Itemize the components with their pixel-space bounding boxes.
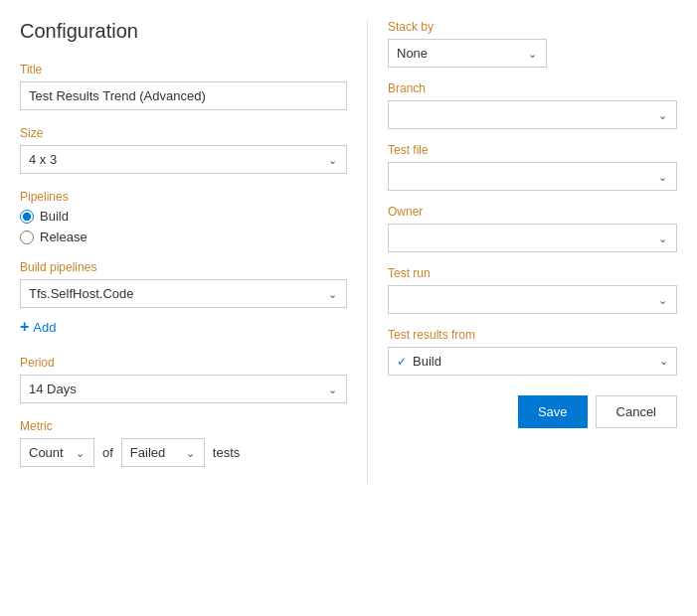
branch-field-group: Branch ⌄ <box>388 81 677 129</box>
owner-select[interactable] <box>388 224 677 252</box>
build-pipelines-label: Build pipelines <box>20 260 347 274</box>
add-button[interactable]: + Add <box>20 314 56 340</box>
page-title: Configuration <box>20 20 347 43</box>
plus-icon: + <box>20 318 29 336</box>
metric-failed-select[interactable]: Failed Passed Total <box>121 438 205 467</box>
test-file-select[interactable] <box>388 162 677 191</box>
test-results-from-field-group: Test results from ✓ Build ⌄ <box>388 328 677 376</box>
branch-select[interactable] <box>388 100 677 129</box>
size-field-group: Size 4 x 3 2 x 2 4 x 4 ⌄ <box>20 126 347 174</box>
test-run-field-group: Test run ⌄ <box>388 266 677 314</box>
period-label: Period <box>20 356 347 370</box>
metric-count-select-wrapper: Count Rate ⌄ <box>20 438 94 467</box>
branch-select-wrapper: ⌄ <box>388 100 677 129</box>
pipeline-build-radio[interactable] <box>20 210 34 224</box>
test-file-select-wrapper: ⌄ <box>388 162 677 191</box>
build-pipeline-select-wrapper: Tfs.SelfHost.Code ⌄ <box>20 279 347 308</box>
owner-field-group: Owner ⌄ <box>388 205 677 252</box>
stack-by-label: Stack by <box>388 20 677 34</box>
period-field-group: Period 14 Days 7 Days 30 Days ⌄ <box>20 356 347 403</box>
size-select-wrapper: 4 x 3 2 x 2 4 x 4 ⌄ <box>20 145 347 174</box>
owner-label: Owner <box>388 205 677 219</box>
pipeline-release-label: Release <box>40 230 87 244</box>
add-label: Add <box>33 320 56 335</box>
metric-row: Count Rate ⌄ of Failed Passed Total ⌄ te… <box>20 438 347 467</box>
metric-field-group: Metric Count Rate ⌄ of Failed Passed Tot… <box>20 419 347 467</box>
tests-text: tests <box>213 445 240 460</box>
pipeline-release-radio[interactable] <box>20 231 34 244</box>
size-select[interactable]: 4 x 3 2 x 2 4 x 4 <box>20 145 347 174</box>
metric-count-select[interactable]: Count Rate <box>20 438 94 467</box>
test-results-from-value: Build <box>413 354 653 369</box>
pipelines-label: Pipelines <box>20 190 347 204</box>
test-results-from-select[interactable]: ✓ Build ⌄ <box>388 347 677 376</box>
owner-select-wrapper: ⌄ <box>388 224 677 252</box>
stack-by-select-wrapper: None Pipeline Branch ⌄ <box>388 39 547 68</box>
test-run-select-wrapper: ⌄ <box>388 285 677 314</box>
title-label: Title <box>20 63 347 77</box>
check-icon: ✓ <box>397 355 407 369</box>
size-label: Size <box>20 126 347 140</box>
branch-label: Branch <box>388 81 677 95</box>
build-pipeline-select[interactable]: Tfs.SelfHost.Code <box>20 279 347 308</box>
test-file-field-group: Test file ⌄ <box>388 143 677 191</box>
test-file-label: Test file <box>388 143 677 157</box>
test-results-from-label: Test results from <box>388 328 677 342</box>
title-field-group: Title <box>20 63 347 110</box>
metric-failed-select-wrapper: Failed Passed Total ⌄ <box>121 438 205 467</box>
period-select[interactable]: 14 Days 7 Days 30 Days <box>20 375 347 403</box>
stack-by-field-group: Stack by None Pipeline Branch ⌄ <box>388 20 677 68</box>
pipeline-build-option[interactable]: Build <box>20 209 347 224</box>
stack-by-select[interactable]: None Pipeline Branch <box>388 39 547 68</box>
cancel-button[interactable]: Cancel <box>596 395 677 428</box>
pipeline-radio-group: Build Release <box>20 209 347 244</box>
test-results-chevron-icon: ⌄ <box>659 355 668 368</box>
pipeline-release-option[interactable]: Release <box>20 230 347 244</box>
action-buttons: Save Cancel <box>388 395 677 428</box>
title-input[interactable] <box>20 81 347 110</box>
test-run-label: Test run <box>388 266 677 280</box>
build-pipelines-field-group: Build pipelines Tfs.SelfHost.Code ⌄ + Ad… <box>20 260 347 340</box>
test-run-select[interactable] <box>388 285 677 314</box>
pipeline-build-label: Build <box>40 209 69 224</box>
of-text: of <box>102 445 113 460</box>
save-button[interactable]: Save <box>518 395 588 428</box>
pipelines-field-group: Pipelines Build Release <box>20 190 347 244</box>
metric-label: Metric <box>20 419 347 433</box>
period-select-wrapper: 14 Days 7 Days 30 Days ⌄ <box>20 375 347 403</box>
